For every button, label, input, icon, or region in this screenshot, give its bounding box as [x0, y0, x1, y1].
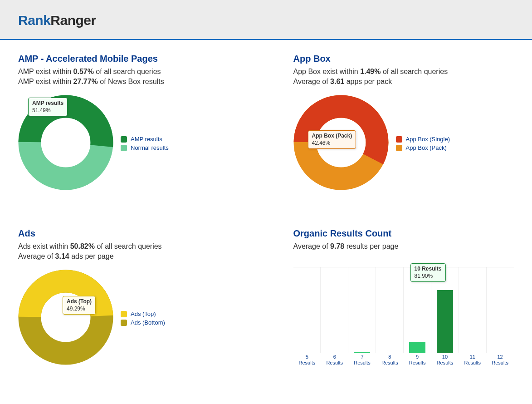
ads-title: Ads — [18, 228, 253, 239]
bar — [409, 342, 425, 353]
ads-donut: Ads (Top) 49.29% — [18, 270, 113, 367]
swatch-icon — [121, 136, 127, 143]
bar-label: 11Results — [459, 354, 486, 366]
organic-stat-1: Average of 9.78 results per page — [293, 242, 514, 251]
appbox-stat-2: Average of 3.61 apps per pack — [293, 78, 514, 86]
appbox-donut: App Box (Pack) 42.46% — [293, 95, 389, 192]
legend-item: App Box (Single) — [396, 136, 450, 143]
ads-tooltip: Ads (Top) 49.29% — [63, 296, 96, 315]
content: AMP - Accelerated Mobile Pages AMP exist… — [0, 40, 532, 404]
bar-label: 7Results — [348, 354, 376, 366]
ads-chart: Ads (Top) 49.29% Ads (Top) Ads (Bottom) — [18, 270, 253, 367]
amp-tooltip: AMP results 51.49% — [28, 98, 68, 116]
ads-legend: Ads (Top) Ads (Bottom) — [121, 309, 165, 328]
amp-legend: AMP results Normal results — [121, 134, 169, 153]
ads-stat-2: Average of 3.14 ads per page — [18, 252, 253, 261]
legend-item: App Box (Pack) — [396, 144, 450, 151]
svg-point-2 — [43, 120, 88, 165]
bar-label: 12Results — [486, 354, 514, 366]
bar-col — [376, 267, 404, 353]
bar-col — [293, 267, 321, 353]
logo-part2: Ranger — [50, 13, 96, 28]
logo-part1: Rank — [18, 13, 50, 28]
amp-chart: AMP results 51.49% AMP results Normal re… — [18, 95, 253, 192]
logo: RankRanger — [18, 13, 514, 28]
swatch-icon — [121, 311, 127, 317]
bar — [437, 290, 453, 353]
bar-col — [348, 267, 376, 353]
swatch-icon — [121, 320, 127, 326]
bar-col — [487, 267, 514, 353]
swatch-icon — [121, 145, 127, 151]
appbox-tooltip: App Box (Pack) 42.46% — [308, 130, 356, 149]
bar-col — [321, 267, 348, 353]
bar-chart — [293, 267, 514, 353]
amp-title: AMP - Accelerated Mobile Pages — [18, 54, 253, 64]
legend-item: Ads (Bottom) — [121, 319, 165, 326]
appbox-stat-1: App Box exist within 1.49% of all search… — [293, 68, 514, 76]
panel-appbox: App Box App Box exist within 1.49% of al… — [266, 54, 514, 192]
legend-item: AMP results — [121, 136, 169, 143]
amp-donut: AMP results 51.49% — [18, 95, 113, 192]
bar-label: 10Results — [431, 354, 459, 366]
amp-stat-2: AMP exist within 27.77% of News Box resu… — [18, 78, 253, 86]
amp-stat-1: AMP exist within 0.57% of all search que… — [18, 68, 253, 76]
legend-item: Ads (Top) — [121, 310, 165, 317]
header: RankRanger — [0, 0, 532, 40]
swatch-icon — [396, 145, 402, 151]
bar-label: 5Results — [293, 354, 321, 366]
bar — [354, 352, 370, 353]
bar-label: 6Results — [321, 354, 348, 366]
bar-label: 8Results — [376, 354, 404, 366]
panel-amp: AMP - Accelerated Mobile Pages AMP exist… — [18, 54, 266, 192]
bar-col — [459, 267, 487, 353]
organic-tooltip: 10 Results 81.90% — [410, 263, 446, 282]
appbox-title: App Box — [293, 54, 514, 64]
appbox-legend: App Box (Single) App Box (Pack) — [396, 134, 450, 153]
swatch-icon — [396, 136, 402, 143]
panel-ads: Ads Ads exist within 50.82% of all searc… — [18, 228, 266, 367]
panel-organic: Organic Results Count Average of 9.78 re… — [266, 228, 514, 367]
organic-chart: 10 Results 81.90% 5Results6Results7Resul… — [293, 267, 514, 366]
appbox-chart: App Box (Pack) 42.46% App Box (Single) A… — [293, 95, 514, 192]
ads-stat-1: Ads exist within 50.82% of all search qu… — [18, 242, 253, 251]
legend-item: Normal results — [121, 144, 169, 151]
bar-labels: 5Results6Results7Results8Results9Results… — [293, 354, 514, 366]
bar-label: 9Results — [404, 354, 431, 366]
organic-title: Organic Results Count — [293, 228, 514, 239]
